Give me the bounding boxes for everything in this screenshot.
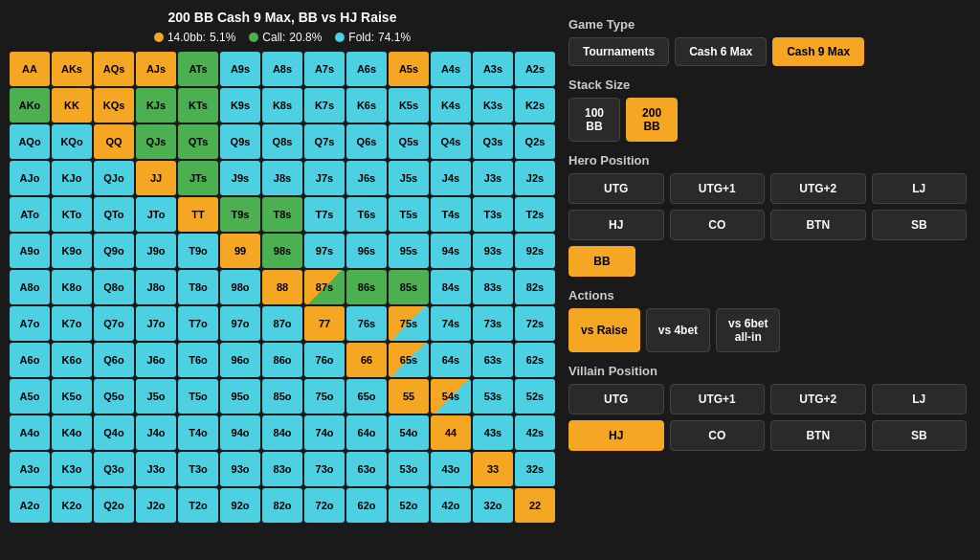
grid-cell-5-9[interactable]: 95s xyxy=(389,234,429,268)
grid-cell-0-12[interactable]: A2s xyxy=(515,52,555,86)
grid-cell-2-4[interactable]: QTs xyxy=(178,124,218,159)
grid-cell-12-12[interactable]: 22 xyxy=(515,488,555,523)
grid-cell-1-12[interactable]: K2s xyxy=(515,88,555,123)
grid-cell-11-10[interactable]: 43o xyxy=(431,452,471,486)
hero-btn-lj[interactable]: LJ xyxy=(872,173,968,204)
grid-cell-5-11[interactable]: 93s xyxy=(473,234,513,268)
btn-vs-6bet[interactable]: vs 6betall-in xyxy=(716,308,780,352)
grid-cell-10-1[interactable]: K4o xyxy=(52,415,92,450)
grid-cell-8-2[interactable]: Q6o xyxy=(94,343,134,377)
grid-cell-2-10[interactable]: Q4s xyxy=(431,124,471,159)
grid-cell-11-0[interactable]: A3o xyxy=(10,452,50,486)
grid-cell-3-3[interactable]: JJ xyxy=(136,161,176,195)
btn-cash9max[interactable]: Cash 9 Max xyxy=(772,37,864,66)
grid-cell-12-7[interactable]: 72o xyxy=(304,488,345,523)
grid-cell-6-9[interactable]: 85s xyxy=(389,270,429,304)
grid-cell-0-3[interactable]: AJs xyxy=(136,52,176,86)
grid-cell-11-2[interactable]: Q3o xyxy=(94,452,134,486)
grid-cell-10-2[interactable]: Q4o xyxy=(94,415,134,450)
grid-cell-1-11[interactable]: K3s xyxy=(473,88,513,123)
grid-cell-3-1[interactable]: KJo xyxy=(52,161,92,195)
grid-cell-2-12[interactable]: Q2s xyxy=(515,124,555,159)
hero-btn-utg1[interactable]: UTG+1 xyxy=(670,173,766,204)
grid-cell-12-4[interactable]: T2o xyxy=(178,488,218,523)
grid-cell-9-9[interactable]: 55 xyxy=(389,379,429,414)
grid-cell-4-6[interactable]: T8s xyxy=(262,197,302,232)
grid-cell-12-5[interactable]: 92o xyxy=(220,488,260,523)
grid-cell-12-1[interactable]: K2o xyxy=(52,488,92,523)
grid-cell-8-0[interactable]: A6o xyxy=(10,343,50,377)
grid-cell-10-12[interactable]: 42s xyxy=(515,415,555,450)
grid-cell-0-8[interactable]: A6s xyxy=(346,52,387,86)
grid-cell-0-2[interactable]: AQs xyxy=(94,52,134,86)
grid-cell-8-9[interactable]: 65s xyxy=(389,343,429,377)
grid-cell-10-0[interactable]: A4o xyxy=(10,415,50,450)
grid-cell-10-3[interactable]: J4o xyxy=(136,415,176,450)
grid-cell-7-9[interactable]: 75s xyxy=(389,306,429,341)
hero-btn-sb[interactable]: SB xyxy=(872,210,968,240)
grid-cell-11-1[interactable]: K3o xyxy=(52,452,92,486)
grid-cell-3-7[interactable]: J7s xyxy=(304,161,345,195)
grid-cell-9-4[interactable]: T5o xyxy=(178,379,218,414)
villain-btn-utg[interactable]: UTG xyxy=(568,384,664,414)
grid-cell-9-0[interactable]: A5o xyxy=(10,379,50,414)
grid-cell-5-5[interactable]: 99 xyxy=(220,234,260,268)
grid-cell-6-8[interactable]: 86s xyxy=(346,270,387,304)
grid-cell-8-1[interactable]: K6o xyxy=(52,343,92,377)
grid-cell-8-4[interactable]: T6o xyxy=(178,343,218,377)
grid-cell-7-6[interactable]: 87o xyxy=(262,306,302,341)
hero-btn-hj[interactable]: HJ xyxy=(568,210,664,240)
grid-cell-3-10[interactable]: J4s xyxy=(431,161,471,195)
grid-cell-12-0[interactable]: A2o xyxy=(10,488,50,523)
grid-cell-1-3[interactable]: KJs xyxy=(136,88,176,123)
grid-cell-11-8[interactable]: 63o xyxy=(346,452,387,486)
grid-cell-7-8[interactable]: 76s xyxy=(346,306,387,341)
grid-cell-4-7[interactable]: T7s xyxy=(304,197,345,232)
grid-cell-3-12[interactable]: J2s xyxy=(515,161,555,195)
grid-cell-1-7[interactable]: K7s xyxy=(304,88,345,123)
btn-200bb[interactable]: 200BB xyxy=(626,98,678,142)
grid-cell-4-0[interactable]: ATo xyxy=(10,197,50,232)
grid-cell-1-6[interactable]: K8s xyxy=(262,88,302,123)
grid-cell-5-0[interactable]: A9o xyxy=(10,234,50,268)
grid-cell-2-6[interactable]: Q8s xyxy=(262,124,302,159)
grid-cell-0-0[interactable]: AA xyxy=(10,52,50,86)
grid-cell-10-6[interactable]: 84o xyxy=(262,415,302,450)
grid-cell-12-2[interactable]: Q2o xyxy=(94,488,134,523)
grid-cell-0-11[interactable]: A3s xyxy=(473,52,513,86)
grid-cell-0-1[interactable]: AKs xyxy=(52,52,92,86)
grid-cell-8-6[interactable]: 86o xyxy=(262,343,302,377)
grid-cell-6-5[interactable]: 98o xyxy=(220,270,260,304)
villain-btn-co[interactable]: CO xyxy=(670,420,766,451)
grid-cell-8-7[interactable]: 76o xyxy=(304,343,345,377)
grid-cell-1-5[interactable]: K9s xyxy=(220,88,260,123)
grid-cell-2-3[interactable]: QJs xyxy=(136,124,176,159)
grid-cell-9-11[interactable]: 53s xyxy=(473,379,513,414)
hero-btn-utg[interactable]: UTG xyxy=(568,173,664,204)
villain-btn-utg1[interactable]: UTG+1 xyxy=(670,384,766,414)
grid-cell-1-9[interactable]: K5s xyxy=(389,88,429,123)
grid-cell-1-2[interactable]: KQs xyxy=(94,88,134,123)
grid-cell-11-7[interactable]: 73o xyxy=(304,452,345,486)
villain-btn-btn[interactable]: BTN xyxy=(770,420,866,451)
grid-cell-8-12[interactable]: 62s xyxy=(515,343,555,377)
grid-cell-7-7[interactable]: 77 xyxy=(304,306,345,341)
grid-cell-4-10[interactable]: T4s xyxy=(431,197,471,232)
grid-cell-3-4[interactable]: JTs xyxy=(178,161,218,195)
grid-cell-12-9[interactable]: 52o xyxy=(389,488,429,523)
grid-cell-7-11[interactable]: 73s xyxy=(473,306,513,341)
grid-cell-7-4[interactable]: T7o xyxy=(178,306,218,341)
grid-cell-0-10[interactable]: A4s xyxy=(431,52,471,86)
grid-cell-0-7[interactable]: A7s xyxy=(304,52,345,86)
grid-cell-4-5[interactable]: T9s xyxy=(220,197,260,232)
grid-cell-6-12[interactable]: 82s xyxy=(515,270,555,304)
grid-cell-2-0[interactable]: AQo xyxy=(10,124,50,159)
grid-cell-0-4[interactable]: ATs xyxy=(178,52,218,86)
grid-cell-3-2[interactable]: QJo xyxy=(94,161,134,195)
grid-cell-10-7[interactable]: 74o xyxy=(304,415,345,450)
grid-cell-11-5[interactable]: 93o xyxy=(220,452,260,486)
grid-cell-6-10[interactable]: 84s xyxy=(431,270,471,304)
grid-cell-9-6[interactable]: 85o xyxy=(262,379,302,414)
grid-cell-5-3[interactable]: J9o xyxy=(136,234,176,268)
grid-cell-11-11[interactable]: 33 xyxy=(473,452,513,486)
